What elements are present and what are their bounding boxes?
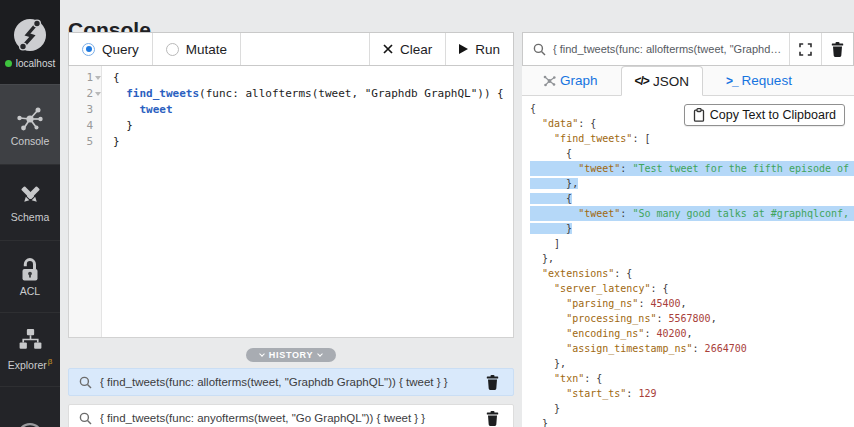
- editor-line: 4 }: [69, 118, 513, 134]
- result-query-text: { find_tweets(func: allofterms(tweet, "G…: [553, 43, 785, 55]
- delete-result-button[interactable]: [821, 33, 853, 65]
- toolbar-spacer: [241, 33, 369, 65]
- line-number: 4: [69, 118, 93, 134]
- history-item[interactable]: { find_tweets(func: allofterms(tweet, "G…: [68, 368, 514, 396]
- trash-icon: [486, 375, 499, 390]
- result-tabbar: Graph </> JSON >_ Request: [522, 66, 854, 96]
- json-line: "find_tweets": [: [522, 131, 854, 146]
- json-line: "tweet": "So many good talks at #graphql…: [522, 206, 854, 221]
- sidebar-item-explorer[interactable]: Explorerβ: [0, 312, 60, 386]
- code-brackets-icon: </>: [635, 74, 649, 88]
- line-number: 2: [69, 86, 93, 102]
- line-number: 1: [69, 70, 93, 86]
- json-line: },: [522, 176, 854, 191]
- json-line: }: [522, 401, 854, 416]
- tab-request[interactable]: >_ Request: [713, 66, 805, 95]
- sidebar-item-schema[interactable]: Schema: [0, 164, 60, 240]
- tab-request-label: Request: [742, 73, 792, 88]
- ratel-console-screen: localhost Console: [0, 0, 854, 427]
- query-radio[interactable]: Query: [69, 33, 153, 65]
- clear-button[interactable]: Clear: [369, 33, 445, 65]
- clear-x-icon: [383, 44, 393, 54]
- chevron-down-icon: [317, 351, 323, 357]
- console-network-icon: [15, 103, 45, 133]
- history-toggle-row: HISTORY: [68, 348, 514, 362]
- search-icon: [533, 43, 546, 56]
- json-line: "start_ts": 129: [522, 386, 854, 401]
- copy-to-clipboard-button[interactable]: Copy Text to Clipboard: [684, 104, 845, 126]
- connection-status-dot: [5, 60, 12, 67]
- result-content: { "data": { "find_tweets": [ { "tweet": …: [522, 96, 854, 427]
- query-radio-label: Query: [102, 42, 139, 57]
- editor-line: 3 tweet: [69, 102, 513, 118]
- sidebar-item-label: Explorerβ: [8, 356, 53, 371]
- run-button-label: Run: [475, 42, 500, 57]
- sidebar-item-console[interactable]: Console: [0, 84, 60, 164]
- beta-badge: β: [48, 357, 53, 366]
- graph-icon: [543, 74, 556, 87]
- run-button[interactable]: Run: [445, 33, 513, 65]
- delete-history-button[interactable]: [482, 409, 503, 427]
- connection-host-label: localhost: [16, 58, 55, 69]
- json-line: "tweet": "Test tweet for the fifth episo…: [522, 161, 854, 176]
- expand-result-button[interactable]: [789, 33, 821, 65]
- tab-graph[interactable]: Graph: [530, 66, 611, 95]
- json-line: "parsing_ns": 45400,: [522, 296, 854, 311]
- clipboard-icon: [693, 108, 705, 122]
- json-line: }: [522, 416, 854, 427]
- sidebar-item-more[interactable]: [0, 386, 60, 427]
- search-icon: [79, 376, 92, 389]
- fold-marker-icon[interactable]: [95, 92, 101, 96]
- mutate-radio[interactable]: Mutate: [153, 33, 241, 65]
- sidebar-item-label: ACL: [20, 286, 40, 297]
- json-line: "processing_ns": 5567800,: [522, 311, 854, 326]
- json-line: {: [522, 191, 854, 206]
- fold-marker-icon[interactable]: [95, 76, 101, 80]
- json-line: "server_latency": {: [522, 281, 854, 296]
- tab-json-label: JSON: [653, 74, 689, 89]
- json-viewer[interactable]: { "data": { "find_tweets": [ { "tweet": …: [522, 96, 854, 427]
- fullscreen-icon: [799, 43, 812, 56]
- run-play-icon: [459, 44, 468, 54]
- clear-button-label: Clear: [400, 42, 432, 57]
- cluster-icon: [15, 387, 45, 427]
- mutate-radio-label: Mutate: [186, 42, 227, 57]
- history-toggle-button[interactable]: HISTORY: [246, 348, 336, 362]
- history-item[interactable]: { find_tweets(func: anyofterms(tweet, "G…: [68, 404, 514, 427]
- json-line: ]: [522, 236, 854, 251]
- trash-icon: [831, 42, 844, 57]
- json-line: "encoding_ns": 40200,: [522, 326, 854, 341]
- sidebar-item-connection[interactable]: localhost: [0, 0, 60, 84]
- json-line: },: [522, 356, 854, 371]
- sidebar-item-label: Schema: [11, 212, 50, 223]
- trash-icon: [486, 411, 499, 426]
- tab-graph-label: Graph: [560, 73, 598, 88]
- sidebar-item-label: Console: [11, 136, 50, 147]
- delete-history-button[interactable]: [482, 373, 503, 392]
- json-line: }: [522, 221, 854, 236]
- json-line: {: [522, 146, 854, 161]
- editor-line: 2 find_tweets(func: allofterms(tweet, "G…: [69, 86, 513, 102]
- sidebar-item-acl[interactable]: ACL: [0, 240, 60, 312]
- query-toolbar: Query Mutate Clear Run: [68, 32, 514, 66]
- query-editor-lines: 1{2 find_tweets(func: allofterms(tweet, …: [69, 66, 513, 150]
- line-number: 5: [69, 134, 93, 150]
- tab-json[interactable]: </> JSON: [621, 66, 703, 96]
- result-query-bar[interactable]: { find_tweets(func: allofterms(tweet, "G…: [522, 32, 854, 66]
- history-label: HISTORY: [269, 350, 313, 360]
- query-editor[interactable]: 1{2 find_tweets(func: allofterms(tweet, …: [68, 66, 514, 338]
- line-number: 3: [69, 102, 93, 118]
- explorer-tree-icon: [17, 328, 44, 353]
- acl-lock-icon: [18, 257, 42, 283]
- copy-button-label: Copy Text to Clipboard: [710, 108, 836, 122]
- sidebar: localhost Console: [0, 0, 60, 427]
- json-line: "extensions": {: [522, 266, 854, 281]
- json-line: "txn": {: [522, 371, 854, 386]
- history-query-text: { find_tweets(func: allofterms(tweet, "G…: [100, 376, 482, 388]
- schema-pencils-icon: [17, 182, 44, 209]
- editor-line: 5}: [69, 134, 513, 150]
- query-radio-circle[interactable]: [82, 43, 95, 56]
- search-icon: [79, 412, 92, 425]
- mutate-radio-circle[interactable]: [166, 43, 179, 56]
- dgraph-logo-icon: [10, 15, 50, 55]
